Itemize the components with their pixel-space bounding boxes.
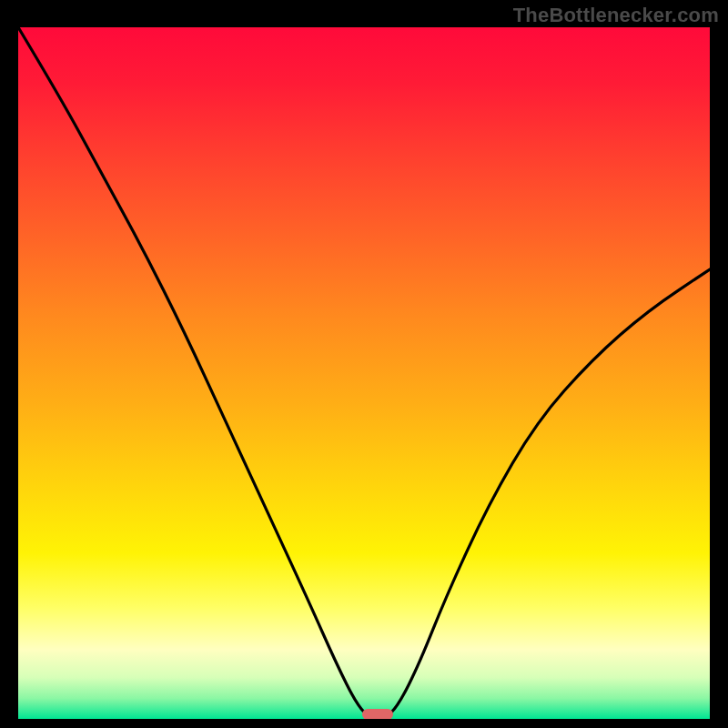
bottleneck-curve — [18, 27, 710, 719]
stage: TheBottlenecker.com — [0, 0, 728, 728]
curve-path — [18, 27, 710, 719]
watermark-text: TheBottlenecker.com — [513, 4, 719, 27]
optimal-marker — [362, 709, 392, 719]
bottleneck-plot — [18, 27, 710, 719]
